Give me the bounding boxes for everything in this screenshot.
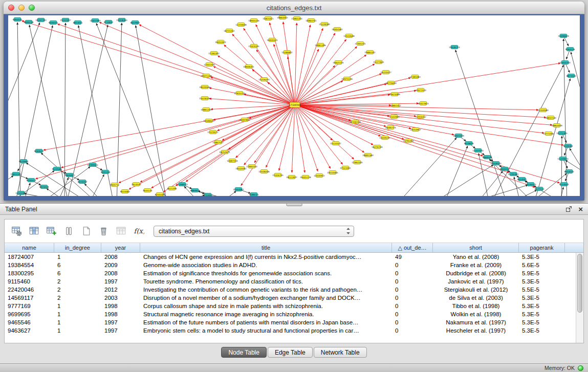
svg-text:18731042: 18731042	[224, 30, 235, 32]
svg-text:15049231: 15049231	[379, 137, 390, 139]
function-builder-button[interactable]: f(x)	[132, 224, 145, 238]
cell-pagerank: 5.3E-5	[519, 302, 565, 310]
svg-text:f(x): f(x)	[134, 227, 144, 235]
scrollbar-thumb[interactable]	[577, 254, 582, 313]
close-window-button[interactable]	[8, 5, 14, 11]
svg-text:11610740: 11610740	[559, 61, 571, 64]
float-panel-icon[interactable]	[565, 206, 572, 212]
table-row[interactable]: 1872400712008Changes of HCN gene express…	[5, 253, 583, 261]
cell-year: 2008	[101, 269, 140, 277]
cell-short: Stergiakouli et al. (2012)	[433, 286, 519, 294]
network-window-titlebar[interactable]: citations_edges.txt	[4, 2, 584, 14]
svg-text:11026755: 11026755	[272, 174, 284, 177]
table-row[interactable]: 911546021997Tourette syndrome. Phenomeno…	[5, 277, 583, 286]
svg-text:10789044: 10789044	[87, 164, 98, 166]
svg-text:9361542: 9361542	[13, 18, 23, 21]
row-selector-button[interactable]	[62, 224, 76, 238]
table-card: f(x) citations_edges.txt namein_degreeye…	[4, 219, 584, 343]
table-selector-combo[interactable]: citations_edges.txt	[154, 226, 354, 237]
svg-text:9339184: 9339184	[563, 145, 573, 147]
svg-text:13772095: 13772095	[543, 133, 554, 135]
minimize-window-button[interactable]	[18, 5, 25, 11]
table-row[interactable]: 1456911722003Disruption of a novel membe…	[5, 294, 583, 302]
create-table-button[interactable]	[79, 224, 93, 238]
table-row[interactable]: 977716911998Corpus callosum shape and si…	[5, 302, 583, 310]
cell-out_degree: 0	[392, 326, 433, 335]
svg-text:10977510: 10977510	[415, 89, 426, 92]
svg-text:19664052: 19664052	[277, 16, 288, 19]
delete-table-button[interactable]	[97, 224, 111, 238]
svg-text:9591354: 9591354	[101, 171, 111, 173]
table-row[interactable]: 946362711997Embryonic stem cells: a mode…	[5, 326, 583, 335]
svg-text:16510092: 16510092	[235, 167, 247, 170]
svg-text:18304562: 18304562	[332, 28, 343, 31]
svg-text:16963741: 16963741	[306, 19, 317, 22]
svg-text:8924501: 8924501	[517, 178, 527, 181]
svg-text:12041556: 12041556	[204, 63, 215, 66]
svg-text:8966548: 8966548	[483, 156, 492, 159]
panel-resize-handle[interactable]	[286, 203, 302, 206]
table-row[interactable]: 969969511998Structural magnetic resonanc…	[5, 310, 583, 318]
svg-text:8637905: 8637905	[130, 21, 140, 24]
cell-year: 2008	[101, 253, 140, 261]
column-header-year[interactable]: year	[101, 243, 140, 253]
cell-name: 9115460	[5, 277, 54, 286]
memory-status-label: Memory: OK	[545, 365, 575, 371]
merge-table-button[interactable]	[114, 224, 128, 238]
svg-text:7905712: 7905712	[110, 184, 120, 186]
svg-text:11916412: 11916412	[415, 116, 426, 118]
svg-text:10674089: 10674089	[389, 93, 400, 96]
cell-name: 18724007	[5, 253, 54, 261]
cell-name: 9465546	[5, 318, 54, 326]
cell-name: 22420046	[5, 286, 54, 294]
column-header-in_degree[interactable]: in_degree	[54, 243, 101, 253]
column-header-out_degree[interactable]: △ out_de…	[392, 243, 433, 253]
cell-title: Changes of HCN gene expression and I(f) …	[140, 253, 392, 261]
cell-in_degree: 1	[54, 302, 101, 310]
svg-text:16220417: 16220417	[380, 71, 391, 74]
vertical-scrollbar[interactable]	[576, 253, 583, 343]
tab-node-table[interactable]: Node Table	[221, 347, 267, 358]
table-row[interactable]: 946554611997Estimation of the future num…	[5, 318, 583, 326]
column-header-name[interactable]: name	[5, 243, 54, 253]
status-bar: Memory: OK	[0, 363, 588, 372]
network-window: citations_edges.txt 18731042160559241728…	[4, 2, 584, 201]
svg-text:18495774: 18495774	[385, 126, 396, 129]
svg-text:13510648: 13510648	[343, 35, 355, 37]
svg-text:14795493: 14795493	[403, 140, 414, 142]
tab-network-table[interactable]: Network Table	[314, 347, 367, 358]
svg-text:10975518: 10975518	[341, 78, 353, 80]
cell-out_degree: 0	[392, 286, 433, 294]
column-header-short[interactable]: short	[433, 243, 519, 253]
svg-text:10833125: 10833125	[10, 173, 21, 176]
cell-short: Franke et al. (2009)	[433, 261, 519, 269]
memory-status-indicator[interactable]	[578, 365, 583, 371]
show-columns-button[interactable]	[27, 224, 41, 238]
cell-name: 9777169	[5, 302, 54, 310]
svg-text:8790413: 8790413	[27, 179, 36, 182]
close-panel-icon[interactable]: ×	[578, 206, 583, 212]
table-panel-header: Table Panel ×	[0, 204, 588, 215]
cell-short: Tibbo et al. (1998)	[433, 302, 519, 310]
table-row[interactable]: 1830029562008Estimation of significance …	[5, 269, 583, 277]
cell-title: Disruption of a novel member of a sodium…	[140, 294, 392, 302]
svg-text:21228180: 21228180	[319, 23, 330, 26]
zoom-window-button[interactable]	[29, 5, 35, 11]
svg-text:11268533: 11268533	[177, 183, 188, 186]
cell-short: Dudbridge et al. (2008)	[433, 269, 519, 277]
cell-title: Estimation of the future numbers of pati…	[140, 318, 392, 326]
cell-name: 9699695	[5, 310, 54, 318]
svg-text:16427814: 16427814	[418, 102, 429, 105]
table-tabs: Node TableEdge TableNetwork Table	[0, 347, 588, 358]
import-table-button[interactable]	[45, 224, 58, 238]
network-canvas[interactable]: 1873104216055924172843021204155620671148…	[8, 15, 580, 196]
tab-edge-table[interactable]: Edge Table	[268, 347, 313, 358]
cell-year: 2009	[101, 261, 140, 269]
column-header-pagerank[interactable]: pagerank	[519, 243, 565, 253]
svg-text:18039563: 18039563	[199, 86, 210, 89]
svg-text:9015083: 9015083	[120, 190, 130, 193]
table-row[interactable]: 1938455462009Genome-wide association stu…	[5, 261, 583, 269]
table-settings-button[interactable]	[10, 224, 24, 238]
column-header-title[interactable]: title	[140, 243, 392, 253]
table-row[interactable]: 2242004622012Investigating the contribut…	[5, 286, 583, 294]
